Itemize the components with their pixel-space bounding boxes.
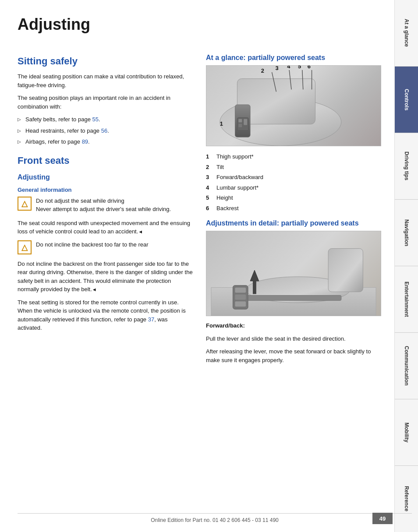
seat-feature-3: 3Forward/backward (206, 173, 381, 182)
seat-feature-6: 6Backrest (206, 204, 381, 213)
seat-diagram-top: 1 2 3 4 5 6 (206, 65, 381, 146)
front-seats-heading: Front seats (18, 155, 193, 166)
svg-text:2: 2 (261, 67, 264, 74)
sitting-safely-heading: Sitting safely (18, 56, 193, 67)
svg-rect-22 (235, 295, 246, 300)
svg-rect-4 (238, 119, 242, 123)
sidebar-tab-controls[interactable]: Controls (395, 67, 418, 133)
svg-text:1: 1 (220, 120, 223, 127)
svg-rect-5 (238, 124, 242, 127)
right-column: At a glance: partially powered seats (206, 47, 381, 369)
warning1-line2: Never attempt to adjust the driver's sea… (36, 205, 193, 214)
seat-feature-4: 4Lumbar support* (206, 183, 381, 192)
footer-text: Online Edition for Part no. 01 40 2 606 … (151, 517, 279, 523)
sidebar-tab-communication[interactable]: Communication (395, 333, 418, 399)
adjustments-detail-heading: Adjustments in detail: partially powered… (206, 219, 381, 227)
warning1-line1: Do not adjust the seat while driving (36, 197, 193, 205)
page-footer: Online Edition for Part no. 01 40 2 606 … (18, 513, 412, 523)
svg-marker-24 (250, 270, 259, 281)
seat-features-list: 1Thigh support* 2Tilt 3Forward/backward … (206, 152, 381, 212)
forward-back-label: Forward/back: (206, 321, 381, 330)
general-info-heading: General information (18, 187, 193, 193)
at-a-glance-heading: At a glance: partially powered seats (206, 54, 381, 62)
warning-icon-1: △ (18, 197, 32, 211)
bullet-head-restraints: Head restraints, refer to page 56. (18, 127, 193, 135)
link-page-37[interactable]: 37 (148, 316, 154, 323)
svg-rect-21 (235, 288, 246, 293)
sitting-safely-para2: The seating position plays an important … (18, 94, 193, 111)
page-title: Adjusting (18, 15, 381, 34)
warning-box-2: △ Do not incline the backrest too far to… (18, 240, 193, 254)
warning-box-1: △ Do not adjust the seat while driving N… (18, 197, 193, 214)
para-after-warning2: Do not incline the backrest on the front… (18, 260, 193, 294)
sidebar-tab-driving-tips[interactable]: Driving tips (395, 133, 418, 200)
svg-text:5: 5 (298, 66, 301, 70)
bullet-airbags: Airbags, refer to page 89. (18, 137, 193, 146)
warning-text-2: Do not incline the backrest too far to t… (36, 240, 193, 249)
svg-rect-19 (241, 295, 341, 300)
sidebar-tab-at-a-glance[interactable]: At a glance (395, 0, 418, 67)
link-page-89[interactable]: 89 (82, 138, 88, 145)
sidebar-tab-mobility[interactable]: Mobility (395, 399, 418, 466)
adjustment-para2: After releasing the lever, move the seat… (206, 347, 381, 364)
svg-rect-23 (235, 301, 246, 307)
seat-feature-2: 2Tilt (206, 163, 381, 172)
svg-text:4: 4 (287, 66, 290, 70)
sidebar-tab-entertainment[interactable]: Entertainment (395, 266, 418, 333)
para-after-warning1: The seat could respond with unexpected m… (18, 219, 193, 236)
left-column: Sitting safely The ideal seating positio… (18, 47, 193, 369)
svg-text:3: 3 (275, 66, 278, 71)
sitting-safely-para1: The ideal seating position can make a vi… (18, 72, 193, 89)
seat-diagram-bottom (206, 231, 381, 316)
seat-feature-1: 1Thigh support* (206, 152, 381, 161)
seat-feature-5: 5Height (206, 194, 381, 202)
adjustment-para1: Pull the lever and slide the seat in the… (206, 335, 381, 343)
link-page-56[interactable]: 56 (101, 127, 107, 134)
svg-rect-26 (328, 249, 363, 292)
warning2-text: Do not incline the backrest too far to t… (36, 240, 193, 249)
sitting-safely-bullets: Safety belts, refer to page 55. Head res… (18, 115, 193, 146)
warning-icon-2: △ (18, 240, 32, 254)
svg-text:6: 6 (308, 66, 311, 70)
sidebar-tabs: At a glance Controls Driving tips Naviga… (394, 0, 418, 532)
warning-text-1: Do not adjust the seat while driving Nev… (36, 197, 193, 214)
sidebar-tab-navigation[interactable]: Navigation (395, 200, 418, 266)
svg-rect-25 (253, 281, 256, 294)
svg-rect-6 (244, 119, 247, 125)
link-page-55[interactable]: 55 (92, 116, 98, 123)
adjusting-heading: Adjusting (18, 173, 193, 181)
page-number: 49 (372, 513, 393, 524)
bullet-safety-belts: Safety belts, refer to page 55. (18, 115, 193, 124)
para-stored: The seat setting is stored for the remot… (18, 298, 193, 332)
